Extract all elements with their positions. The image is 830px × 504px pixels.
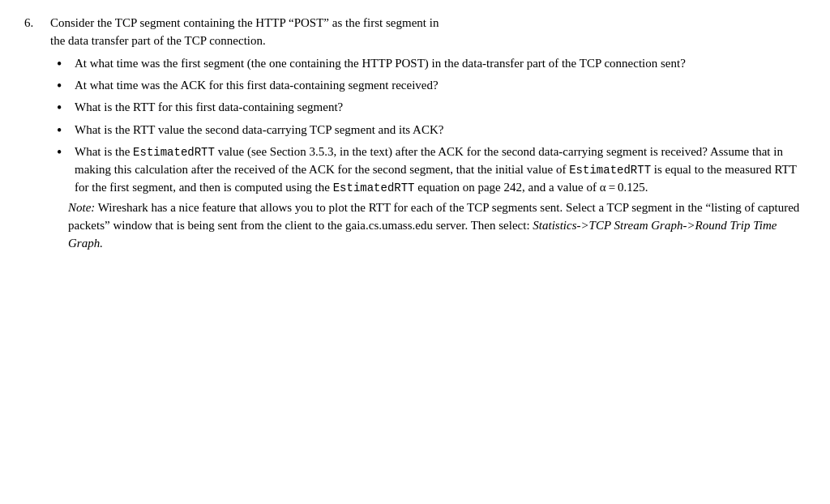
bullet-text-5: What is the EstimatedRTT value (see Sect… [75,143,806,196]
list-item: • What is the RTT value the second data-… [57,122,806,140]
bullet-text: At what time was the first segment (the … [75,55,806,73]
bullet-icon: • [57,77,71,96]
question-main-text: Consider the TCP segment containing the … [50,15,806,50]
bullet-icon: • [57,55,71,74]
note-block: Note: Wireshark has a nice feature that … [68,199,806,252]
bullet-text: At what time was the ACK for this first … [75,77,806,95]
code-estimatedrtt-3: EstimatedRTT [333,182,415,194]
bullet-list: • At what time was the first segment (th… [57,55,806,197]
question-content: Consider the TCP segment containing the … [50,15,806,253]
list-item: • At what time was the first segment (th… [57,55,806,74]
note-label: Note: [68,201,95,214]
question-number: 6. [24,15,50,253]
bullet-text: What is the RTT for this first data-cont… [75,99,806,117]
bullet-icon: • [57,99,71,117]
list-item: • At what time was the ACK for this firs… [57,77,806,96]
question-6: 6. Consider the TCP segment containing t… [24,15,806,253]
main-text-line1: Consider the TCP segment containing the … [50,16,439,29]
bullet-icon: • [57,143,71,162]
list-item: • What is the RTT for this first data-co… [57,99,806,117]
bullet-icon: • [57,122,71,140]
bullet-text: What is the RTT value the second data-ca… [75,122,806,139]
code-estimatedrtt-2: EstimatedRTT [569,164,651,177]
main-text-line2: the data transfer part of the TCP connec… [50,34,266,47]
code-estimatedrtt-1: EstimatedRTT [133,146,215,159]
list-item: • What is the EstimatedRTT value (see Se… [57,143,806,196]
